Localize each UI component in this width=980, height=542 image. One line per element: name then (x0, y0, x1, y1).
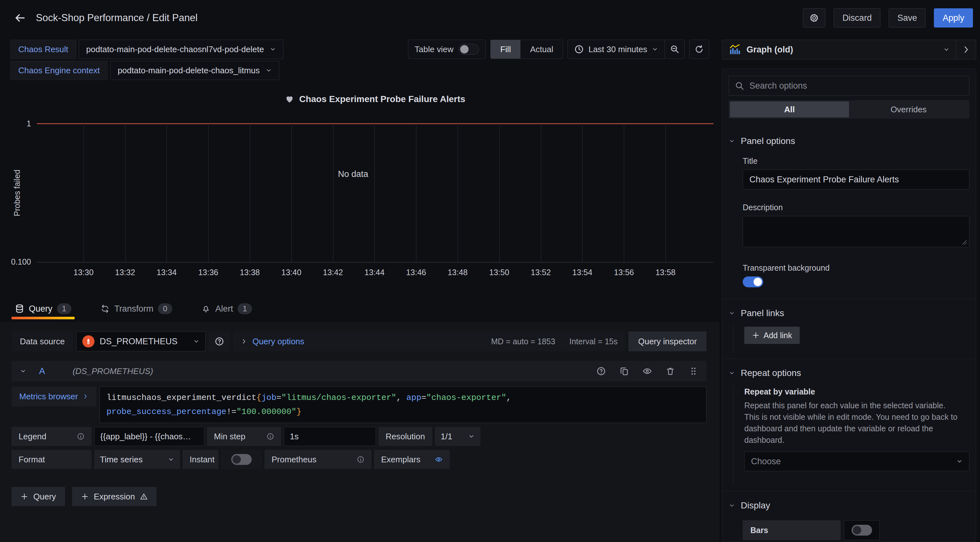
duplicate-query-icon[interactable] (619, 366, 629, 376)
transform-icon (100, 304, 110, 314)
section-panel-options[interactable]: Panel options (729, 136, 969, 146)
min-step-input-wrap (284, 427, 376, 446)
fill-actual-segmented: Fill Actual (490, 40, 563, 59)
section-heading: Repeat options (741, 368, 801, 378)
time-range-picker[interactable]: Last 30 minutes (568, 40, 665, 59)
resolution-select[interactable]: 1/1 (435, 427, 480, 446)
x-axis-tick: 13:46 (406, 268, 426, 277)
resize-grip-icon[interactable] (960, 238, 967, 246)
filter-tab-overrides[interactable]: Overrides (849, 101, 968, 117)
viz-suggestions-expand-button[interactable] (956, 40, 976, 59)
legend-input[interactable] (100, 432, 198, 442)
gridline (374, 124, 375, 262)
expr-token: } (296, 407, 301, 417)
search-options-input[interactable] (749, 81, 963, 91)
x-axis-tick: 13:30 (74, 268, 94, 277)
plot-area[interactable]: No data 1 0.100 Probes failed 13:3013:32… (37, 124, 714, 262)
expr-token: , (396, 393, 406, 403)
format-select[interactable]: Time series (94, 450, 180, 469)
search-options-box (729, 76, 969, 96)
variable-value-dropdown[interactable]: podtato-main-pod-delete-chaos_litmus (110, 61, 279, 80)
datasource-help-button[interactable] (209, 331, 230, 351)
tab-label: Transform (115, 304, 153, 314)
filter-tab-all[interactable]: All (730, 101, 849, 117)
refresh-button[interactable] (689, 40, 709, 59)
panel-title: Chaos Experiment Probe Failure Alerts (299, 94, 465, 104)
panel-preview: Chaos Experiment Probe Failure Alerts No… (0, 80, 719, 300)
discard-button[interactable]: Discard (834, 8, 880, 27)
question-circle-icon (215, 337, 224, 346)
switch-knob (460, 45, 469, 54)
chevron-down-icon (20, 368, 26, 374)
bars-toggle-cell (844, 520, 880, 540)
description-area (743, 216, 969, 249)
expr-token: = (276, 393, 282, 403)
section-display[interactable]: Display (729, 501, 969, 511)
transparent-background-switch[interactable] (743, 276, 763, 287)
variable-chaos-engine-context: Chaos Engine context podtato-main-pod-de… (10, 61, 283, 80)
tab-alert[interactable]: Alert 1 (198, 300, 255, 318)
exemplars-label-text: Exemplars (381, 455, 420, 464)
bars-switch[interactable] (851, 525, 872, 536)
section-panel-links[interactable]: Panel links (729, 308, 969, 319)
query-options-row-1: Legend Min step (11, 427, 706, 446)
table-view-toggle[interactable]: Table view (408, 40, 486, 59)
expr-token: "litmus/chaos-exporter" (282, 393, 396, 403)
switch-knob (754, 278, 762, 286)
back-arrow-icon[interactable] (11, 9, 29, 27)
prometheus-label-text: Prometheus (272, 455, 317, 464)
panel-description-textarea[interactable] (743, 216, 969, 247)
add-link-label: Add link (764, 331, 792, 340)
repeat-variable-select[interactable]: Choose (744, 452, 969, 471)
gridline (499, 124, 500, 262)
y-axis-title: Probes failed (13, 170, 22, 216)
left-column: Chaos Result podtato-main-pod-delete-cha… (0, 36, 719, 542)
tab-query[interactable]: Query 1 (11, 300, 75, 318)
chevron-down-icon (270, 46, 276, 52)
add-query-button[interactable]: Query (11, 487, 65, 506)
exemplars-eye-icon[interactable] (435, 456, 442, 463)
query-options-toggle[interactable]: Query options (241, 337, 304, 347)
drag-handle-icon[interactable] (689, 366, 698, 376)
prometheus-field-label: Prometheus (264, 450, 372, 469)
panel-settings-button[interactable] (803, 8, 825, 27)
x-axis-tick: 13:32 (115, 268, 135, 277)
add-expression-button[interactable]: Expression (72, 487, 157, 506)
gridline (624, 124, 624, 262)
save-button[interactable]: Save (889, 8, 926, 27)
zoom-out-time-button[interactable] (665, 40, 684, 59)
min-step-input[interactable] (290, 432, 370, 442)
query-expression[interactable]: litmuschaos_experiment_verdict{job="litm… (100, 387, 706, 423)
x-axis-tick: 13:48 (448, 268, 468, 277)
add-link-button[interactable]: Add link (744, 326, 800, 344)
instant-switch[interactable] (231, 454, 252, 465)
x-axis-tick: 13:56 (614, 268, 634, 277)
table-view-switch[interactable] (459, 44, 479, 55)
delete-query-trash-icon[interactable] (665, 366, 675, 376)
apply-button[interactable]: Apply (934, 8, 973, 27)
query-row-header[interactable]: A (DS_PROMETHEUS) (11, 361, 706, 381)
gridline (582, 124, 582, 262)
variable-value-dropdown[interactable]: podtato-main-pod-delete-chaosnl7vd-pod-d… (79, 40, 283, 59)
visualization-select[interactable]: Graph (old) (722, 40, 956, 59)
legend-input-wrap (94, 427, 204, 446)
query-inspector-button[interactable]: Query inspector (628, 331, 706, 351)
section-repeat-options[interactable]: Repeat options (729, 368, 969, 378)
tab-transform[interactable]: Transform 0 (97, 300, 175, 318)
datasource-select[interactable]: DS_PROMETHEUS (76, 331, 205, 351)
toggle-visibility-eye-icon[interactable] (643, 366, 652, 376)
expr-token: = (421, 393, 426, 403)
panel-title-row: Chaos Experiment Probe Failure Alerts (37, 94, 714, 104)
actual-option[interactable]: Actual (520, 40, 563, 59)
help-icon[interactable] (596, 366, 606, 376)
gear-icon (809, 13, 819, 23)
time-range-label: Last 30 minutes (588, 44, 647, 54)
panel-title-input[interactable] (743, 170, 969, 189)
chevron-down-icon (266, 67, 272, 74)
expr-token: , (506, 393, 511, 403)
expr-token: != (226, 407, 236, 417)
legend-field-label: Legend (11, 427, 92, 446)
display-body: Bars (729, 511, 969, 542)
fill-option[interactable]: Fill (491, 40, 520, 59)
metrics-browser-button[interactable]: Metrics browser (11, 387, 96, 406)
